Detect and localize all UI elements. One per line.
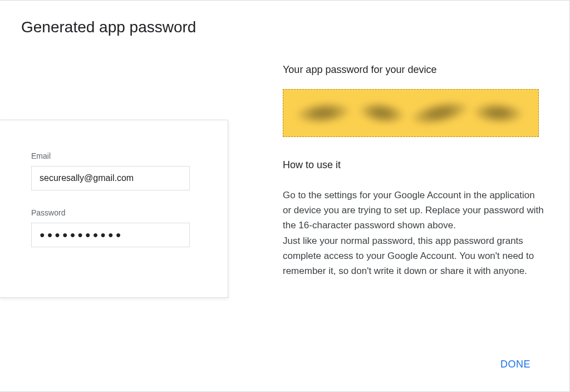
password-field[interactable]	[31, 223, 190, 247]
app-password-heading: Your app password for your device	[283, 64, 547, 76]
app-password-box	[283, 89, 539, 137]
right-panel: Your app password for your device How to…	[228, 64, 569, 298]
blurred-password-icon	[283, 90, 538, 136]
content-area: Email Password Your app password for you…	[0, 36, 569, 298]
login-card: Email Password	[0, 120, 228, 298]
left-panel: Email Password	[0, 64, 228, 298]
email-field[interactable]	[31, 166, 190, 190]
email-field-group: Email	[31, 151, 200, 190]
page-title: Generated app password	[0, 1, 569, 36]
email-label: Email	[31, 151, 200, 160]
how-to-heading: How to use it	[283, 159, 547, 171]
done-button[interactable]: DONE	[494, 354, 537, 375]
password-field-group: Password	[31, 208, 200, 247]
instructions-text: Go to the settings for your Google Accou…	[283, 188, 544, 278]
password-label: Password	[31, 208, 200, 217]
